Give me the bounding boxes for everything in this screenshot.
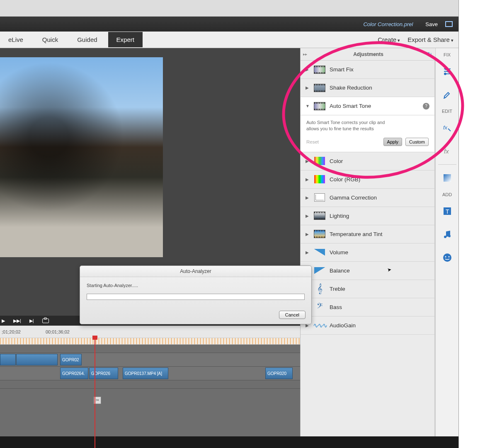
rgb-icon xyxy=(314,175,325,183)
adj-color[interactable]: ▶ Color xyxy=(301,152,434,170)
chevron-right-icon: ▶ xyxy=(306,177,310,182)
tab-expert[interactable]: Expert xyxy=(108,32,143,47)
timecode-total: 00;01;36;02 xyxy=(46,329,70,334)
window-titlebar xyxy=(0,0,458,17)
adj-label: Gamma Correction xyxy=(330,195,377,201)
timeline-ruler[interactable] xyxy=(0,338,300,345)
tab-guided[interactable]: Guided xyxy=(69,32,105,47)
next-frame-button[interactable]: ▶▶| xyxy=(13,318,21,324)
adjustments-panel: ▸▸ Adjustments ↻ ▶ Smart Fix ▶ Shake Red… xyxy=(300,48,436,448)
adj-audiogain[interactable]: ▶ ∿∿∿ AudioGain xyxy=(301,317,434,335)
chevron-right-icon: ▶ xyxy=(306,67,310,72)
text-tool-icon[interactable]: T xyxy=(436,200,458,223)
chevron-right-icon: ▶ xyxy=(306,214,310,218)
add-label: ADD xyxy=(436,190,458,200)
svg-point-4 xyxy=(448,71,449,72)
svg-text:T: T xyxy=(446,208,449,215)
temperature-icon xyxy=(314,230,325,238)
panel-title: Adjustments xyxy=(353,51,383,57)
adj-lighting[interactable]: ▶ Lighting xyxy=(301,207,434,225)
svg-point-14 xyxy=(445,256,446,258)
adj-bass[interactable]: ▶ 𝄢 Bass xyxy=(301,298,434,317)
chevron-right-icon: ▶ xyxy=(306,159,310,163)
music-icon[interactable] xyxy=(436,223,458,246)
clip[interactable]: GOPR0137.MP4 [A] xyxy=(123,368,168,379)
clip[interactable]: GOPR0264. xyxy=(60,368,88,379)
adj-balance[interactable]: ▶ Balance xyxy=(301,262,434,280)
adj-color-rgb[interactable]: ▶ Color (RGB) xyxy=(301,170,434,189)
lighting-icon xyxy=(314,212,325,220)
tab-quick[interactable]: Quick xyxy=(34,32,66,47)
mode-tabs: eLive Quick Guided Expert Create Export … xyxy=(0,32,458,48)
save-button[interactable]: Save xyxy=(425,21,438,27)
adj-treble[interactable]: ▶ 𝄞 Treble xyxy=(301,280,434,298)
history-icon[interactable]: ↻ xyxy=(427,51,432,57)
help-icon[interactable]: ? xyxy=(423,103,429,110)
timecode-bar: ;01;20;02 00;01;36;02 xyxy=(0,326,300,338)
app-menubar: Color Correction.prel Save xyxy=(0,17,458,32)
clip[interactable]: GOPR026 xyxy=(89,368,118,379)
clip[interactable] xyxy=(0,354,16,365)
svg-point-15 xyxy=(448,256,449,258)
adj-shake-reduction[interactable]: ▶ Shake Reduction xyxy=(301,79,434,97)
adj-gamma[interactable]: ▶ Gamma Correction xyxy=(301,189,434,207)
filmstrip-star-icon xyxy=(314,102,325,110)
adj-volume[interactable]: ▶ Volume xyxy=(301,243,434,262)
chevron-right-icon: ▶ xyxy=(306,232,310,236)
playhead[interactable] xyxy=(95,338,95,448)
adj-label: AudioGain xyxy=(330,322,356,329)
tab-elive[interactable]: eLive xyxy=(0,32,32,47)
edit-label: EDIT xyxy=(436,106,458,116)
cancel-button[interactable]: Cancel xyxy=(279,311,306,319)
create-menu[interactable]: Create xyxy=(378,36,400,43)
custom-button[interactable]: Custom xyxy=(405,138,429,146)
video-preview[interactable] xyxy=(0,57,163,257)
svg-text:fx: fx xyxy=(443,124,448,131)
collapse-panel-icon[interactable]: ▸▸ xyxy=(303,52,307,56)
volume-icon xyxy=(314,249,325,256)
tools-icon[interactable] xyxy=(436,83,458,106)
bottom-bar xyxy=(0,436,458,448)
clip[interactable] xyxy=(16,354,58,365)
export-share-menu[interactable]: Export & Share xyxy=(407,36,453,43)
gradient-tool-icon[interactable] xyxy=(436,166,458,190)
shake-icon xyxy=(314,84,325,92)
fx-edit-icon[interactable]: fx xyxy=(436,116,458,139)
adj-label: Smart Fix xyxy=(330,66,354,73)
auto-tone-detail: Auto Smart Tone corrects your clip and a… xyxy=(301,115,434,152)
fx-icon[interactable]: fx xyxy=(436,139,458,163)
play-button[interactable]: ▶ xyxy=(2,318,5,324)
timeline-tracks[interactable]: GOPR02 GOPR0264. GOPR026 GOPR0137.MP4 [A… xyxy=(0,345,300,448)
reset-link[interactable]: Reset xyxy=(306,139,319,144)
adj-label: Color xyxy=(330,158,343,164)
sliders-icon[interactable] xyxy=(436,60,458,83)
adj-label: Temperature and Tint xyxy=(330,231,383,237)
step-button[interactable]: ▶| xyxy=(29,318,34,324)
adj-label: Shake Reduction xyxy=(330,85,372,91)
svg-point-12 xyxy=(448,235,451,237)
chevron-right-icon: ▶ xyxy=(306,250,310,255)
fix-label: FIX xyxy=(436,50,458,60)
auto-tone-description: Auto Smart Tone corrects your clip and a… xyxy=(306,119,389,132)
clip[interactable]: GOPR020 xyxy=(265,368,293,379)
snapshot-icon[interactable] xyxy=(42,319,49,323)
bass-clef-icon: 𝄢 xyxy=(317,302,323,312)
adj-auto-smart-tone[interactable]: ▼ Auto Smart Tone ? xyxy=(301,97,434,115)
preview-area: ▶ ▶▶| ▶| ;01;20;02 00;01;36;02 GOPR02 xyxy=(0,48,300,448)
clip[interactable]: GOPR02 xyxy=(60,354,82,365)
emoji-icon[interactable] xyxy=(436,246,458,269)
adj-smart-fix[interactable]: ▶ Smart Fix xyxy=(301,61,434,79)
color-swatch-icon xyxy=(314,157,325,165)
right-sidebar: FIX EDIT fx fx ADD T xyxy=(435,48,458,448)
adj-temperature-tint[interactable]: ▶ Temperature and Tint xyxy=(301,225,434,243)
project-filename: Color Correction.prel xyxy=(363,21,413,27)
timecode-current: ;01;20;02 xyxy=(2,329,21,334)
auto-analyzer-dialog: Auto-Analyzer Starting Auto-Analyzer....… xyxy=(80,265,312,324)
chevron-down-icon: ▼ xyxy=(306,104,310,108)
balance-icon xyxy=(314,267,325,274)
apply-button[interactable]: Apply xyxy=(383,138,403,146)
chevron-right-icon: ▶ xyxy=(306,195,310,200)
adj-label: Bass xyxy=(330,304,342,310)
progress-bar xyxy=(87,294,305,300)
layout-icon[interactable] xyxy=(445,21,453,27)
